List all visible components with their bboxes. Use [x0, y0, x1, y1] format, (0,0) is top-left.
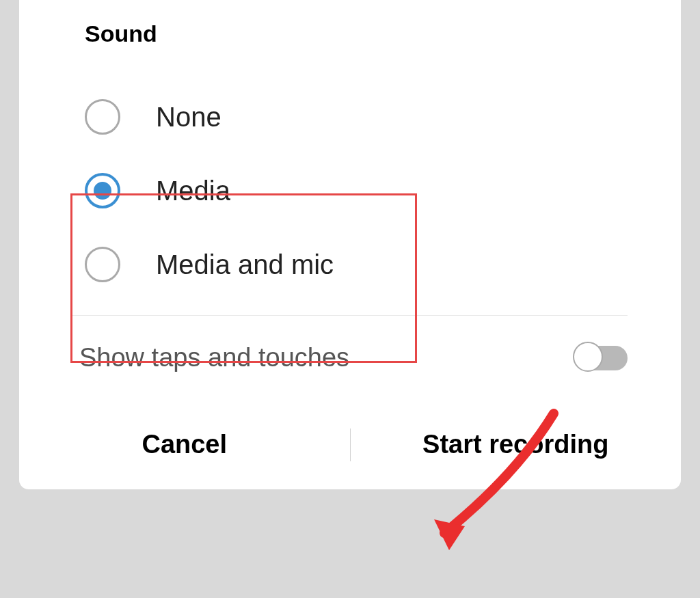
radio-option-none[interactable]: None	[19, 80, 681, 154]
show-taps-toggle-row[interactable]: Show taps and touches	[19, 316, 681, 400]
radio-icon	[85, 99, 120, 135]
radio-label: Media	[156, 176, 230, 206]
toggle-switch[interactable]	[576, 346, 628, 370]
dialog-button-row: Cancel Start recording	[19, 400, 681, 489]
radio-option-media-and-mic[interactable]: Media and mic	[19, 228, 681, 301]
sound-section-title: Sound	[85, 21, 681, 47]
radio-label: Media and mic	[156, 249, 334, 280]
sound-radio-group: None Media Media and mic	[19, 80, 681, 301]
radio-icon	[85, 247, 120, 282]
radio-icon-selected	[85, 173, 120, 208]
toggle-label: Show taps and touches	[79, 343, 349, 372]
radio-option-media[interactable]: Media	[19, 154, 681, 228]
start-recording-button[interactable]: Start recording	[351, 423, 682, 466]
cancel-button[interactable]: Cancel	[19, 423, 350, 466]
toggle-thumb	[573, 342, 603, 372]
radio-label: None	[156, 102, 221, 133]
svg-marker-1	[434, 519, 465, 550]
radio-inner-dot	[94, 182, 111, 200]
screen-recorder-dialog: Sound None Media Media and mic Show taps…	[19, 0, 681, 489]
